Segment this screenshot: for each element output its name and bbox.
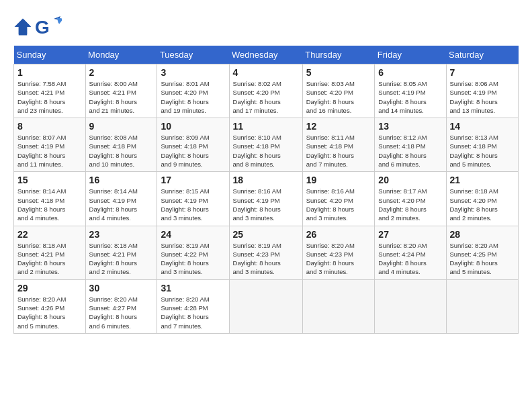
header-sunday: Sunday bbox=[14, 46, 86, 64]
calendar-cell: 22Sunrise: 8:18 AMSunset: 4:21 PMDayligh… bbox=[14, 226, 86, 279]
calendar-cell: 28Sunrise: 8:20 AMSunset: 4:25 PMDayligh… bbox=[446, 226, 519, 279]
day-number: 30 bbox=[89, 283, 154, 293]
calendar-cell: 13Sunrise: 8:12 AMSunset: 4:18 PMDayligh… bbox=[375, 118, 446, 172]
calendar-cell: 25Sunrise: 8:19 AMSunset: 4:23 PMDayligh… bbox=[229, 226, 302, 279]
day-number: 24 bbox=[161, 229, 225, 240]
logo: G bbox=[13, 13, 63, 40]
calendar-cell: 5Sunrise: 8:03 AMSunset: 4:20 PMDaylight… bbox=[302, 64, 375, 118]
day-info: Sunrise: 8:20 AMSunset: 4:26 PMDaylight:… bbox=[17, 295, 82, 330]
calendar-cell: 29Sunrise: 8:20 AMSunset: 4:26 PMDayligh… bbox=[14, 279, 86, 333]
day-number: 22 bbox=[17, 229, 82, 240]
day-number: 4 bbox=[233, 67, 299, 78]
day-number: 17 bbox=[161, 175, 225, 185]
day-number: 20 bbox=[378, 175, 442, 185]
page-header: G bbox=[13, 13, 519, 40]
header-thursday: Thursday bbox=[302, 46, 375, 64]
calendar-cell: 15Sunrise: 8:14 AMSunset: 4:18 PMDayligh… bbox=[14, 172, 86, 226]
logo-bird-icon: G bbox=[35, 13, 62, 40]
day-number: 11 bbox=[233, 121, 299, 132]
calendar-cell: 18Sunrise: 8:16 AMSunset: 4:19 PMDayligh… bbox=[229, 172, 302, 226]
day-number: 7 bbox=[450, 67, 515, 78]
day-number: 6 bbox=[378, 67, 442, 78]
day-info: Sunrise: 8:12 AMSunset: 4:18 PMDaylight:… bbox=[378, 133, 442, 169]
day-info: Sunrise: 8:02 AMSunset: 4:20 PMDaylight:… bbox=[233, 79, 299, 115]
day-info: Sunrise: 8:06 AMSunset: 4:19 PMDaylight:… bbox=[450, 79, 515, 115]
day-number: 15 bbox=[17, 175, 82, 185]
day-info: Sunrise: 8:10 AMSunset: 4:18 PMDaylight:… bbox=[233, 133, 299, 169]
day-number: 5 bbox=[306, 67, 371, 78]
day-info: Sunrise: 8:00 AMSunset: 4:21 PMDaylight:… bbox=[89, 79, 154, 115]
day-info: Sunrise: 8:15 AMSunset: 4:19 PMDaylight:… bbox=[161, 187, 225, 222]
day-info: Sunrise: 8:13 AMSunset: 4:18 PMDaylight:… bbox=[450, 133, 515, 169]
week-row-1: 1Sunrise: 7:58 AMSunset: 4:21 PMDaylight… bbox=[14, 64, 519, 118]
day-info: Sunrise: 8:17 AMSunset: 4:20 PMDaylight:… bbox=[378, 187, 442, 222]
calendar-cell: 3Sunrise: 8:01 AMSunset: 4:20 PMDaylight… bbox=[157, 64, 229, 118]
logo-icon bbox=[13, 17, 32, 36]
day-info: Sunrise: 8:20 AMSunset: 4:27 PMDaylight:… bbox=[89, 295, 154, 330]
calendar-cell: 27Sunrise: 8:20 AMSunset: 4:24 PMDayligh… bbox=[375, 226, 446, 279]
header-monday: Monday bbox=[85, 46, 157, 64]
day-info: Sunrise: 8:18 AMSunset: 4:20 PMDaylight:… bbox=[450, 187, 515, 222]
day-number: 10 bbox=[161, 121, 225, 132]
day-number: 12 bbox=[306, 121, 371, 132]
day-number: 21 bbox=[450, 175, 515, 185]
calendar-table: SundayMondayTuesdayWednesdayThursdayFrid… bbox=[13, 46, 519, 334]
day-number: 25 bbox=[233, 229, 299, 240]
day-info: Sunrise: 8:19 AMSunset: 4:23 PMDaylight:… bbox=[233, 241, 299, 277]
day-info: Sunrise: 8:07 AMSunset: 4:19 PMDaylight:… bbox=[17, 133, 82, 169]
day-info: Sunrise: 8:18 AMSunset: 4:21 PMDaylight:… bbox=[89, 241, 154, 277]
calendar-cell: 1Sunrise: 7:58 AMSunset: 4:21 PMDaylight… bbox=[14, 64, 86, 118]
day-info: Sunrise: 8:19 AMSunset: 4:22 PMDaylight:… bbox=[161, 241, 225, 277]
calendar-cell bbox=[446, 279, 519, 333]
day-number: 27 bbox=[378, 229, 442, 240]
day-info: Sunrise: 7:58 AMSunset: 4:21 PMDaylight:… bbox=[17, 79, 82, 115]
day-info: Sunrise: 8:08 AMSunset: 4:18 PMDaylight:… bbox=[89, 133, 154, 169]
day-number: 26 bbox=[306, 229, 371, 240]
calendar-cell: 17Sunrise: 8:15 AMSunset: 4:19 PMDayligh… bbox=[157, 172, 229, 226]
calendar-cell: 10Sunrise: 8:09 AMSunset: 4:18 PMDayligh… bbox=[157, 118, 229, 172]
calendar-cell: 23Sunrise: 8:18 AMSunset: 4:21 PMDayligh… bbox=[85, 226, 157, 279]
calendar-cell: 2Sunrise: 8:00 AMSunset: 4:21 PMDaylight… bbox=[85, 64, 157, 118]
calendar-cell: 26Sunrise: 8:20 AMSunset: 4:23 PMDayligh… bbox=[302, 226, 375, 279]
day-number: 29 bbox=[17, 283, 82, 293]
calendar-cell: 24Sunrise: 8:19 AMSunset: 4:22 PMDayligh… bbox=[157, 226, 229, 279]
day-info: Sunrise: 8:20 AMSunset: 4:25 PMDaylight:… bbox=[450, 241, 515, 277]
calendar-cell: 21Sunrise: 8:18 AMSunset: 4:20 PMDayligh… bbox=[446, 172, 519, 226]
day-number: 9 bbox=[89, 121, 154, 132]
calendar-cell: 8Sunrise: 8:07 AMSunset: 4:19 PMDaylight… bbox=[14, 118, 86, 172]
day-info: Sunrise: 8:16 AMSunset: 4:19 PMDaylight:… bbox=[233, 187, 299, 222]
header-friday: Friday bbox=[375, 46, 446, 64]
svg-marker-4 bbox=[56, 17, 62, 24]
day-number: 28 bbox=[450, 229, 515, 240]
svg-text:G: G bbox=[35, 17, 50, 38]
calendar-cell: 9Sunrise: 8:08 AMSunset: 4:18 PMDaylight… bbox=[85, 118, 157, 172]
header-wednesday: Wednesday bbox=[229, 46, 302, 64]
calendar-cell: 31Sunrise: 8:20 AMSunset: 4:28 PMDayligh… bbox=[157, 279, 229, 333]
calendar-cell: 4Sunrise: 8:02 AMSunset: 4:20 PMDaylight… bbox=[229, 64, 302, 118]
day-number: 13 bbox=[378, 121, 442, 132]
calendar-cell bbox=[229, 279, 302, 333]
day-number: 31 bbox=[161, 283, 225, 293]
calendar-cell: 6Sunrise: 8:05 AMSunset: 4:19 PMDaylight… bbox=[375, 64, 446, 118]
day-info: Sunrise: 8:01 AMSunset: 4:20 PMDaylight:… bbox=[161, 79, 225, 115]
header-row: SundayMondayTuesdayWednesdayThursdayFrid… bbox=[14, 46, 519, 64]
day-info: Sunrise: 8:16 AMSunset: 4:20 PMDaylight:… bbox=[306, 187, 371, 222]
day-number: 19 bbox=[306, 175, 371, 185]
week-row-5: 29Sunrise: 8:20 AMSunset: 4:26 PMDayligh… bbox=[14, 279, 519, 333]
logo-text: G bbox=[35, 13, 63, 40]
week-row-4: 22Sunrise: 8:18 AMSunset: 4:21 PMDayligh… bbox=[14, 226, 519, 279]
calendar-cell: 12Sunrise: 8:11 AMSunset: 4:18 PMDayligh… bbox=[302, 118, 375, 172]
day-info: Sunrise: 8:05 AMSunset: 4:19 PMDaylight:… bbox=[378, 79, 442, 115]
calendar-cell: 20Sunrise: 8:17 AMSunset: 4:20 PMDayligh… bbox=[375, 172, 446, 226]
day-info: Sunrise: 8:14 AMSunset: 4:19 PMDaylight:… bbox=[89, 187, 154, 222]
day-info: Sunrise: 8:14 AMSunset: 4:18 PMDaylight:… bbox=[17, 187, 82, 222]
header-tuesday: Tuesday bbox=[157, 46, 229, 64]
calendar-cell: 16Sunrise: 8:14 AMSunset: 4:19 PMDayligh… bbox=[85, 172, 157, 226]
header-saturday: Saturday bbox=[446, 46, 519, 64]
calendar-cell bbox=[375, 279, 446, 333]
day-number: 18 bbox=[233, 175, 299, 185]
day-number: 2 bbox=[89, 67, 154, 78]
day-number: 8 bbox=[17, 121, 82, 132]
calendar-cell: 30Sunrise: 8:20 AMSunset: 4:27 PMDayligh… bbox=[85, 279, 157, 333]
day-number: 16 bbox=[89, 175, 154, 185]
